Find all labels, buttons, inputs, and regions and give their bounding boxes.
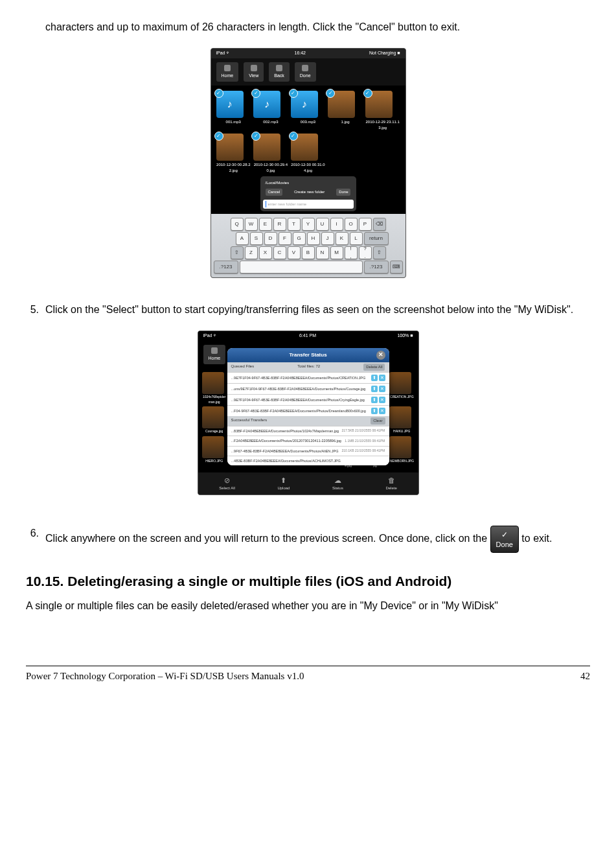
up-icon[interactable]: ⬆ (371, 397, 378, 403)
delete-all-button[interactable]: Delete All (363, 364, 385, 371)
done-button[interactable]: Done (336, 189, 350, 196)
key[interactable]: Y (302, 218, 315, 231)
key[interactable]: D (264, 232, 277, 245)
key[interactable]: H (307, 232, 320, 245)
photo-thumb[interactable]: CREATION.JPG (389, 372, 414, 404)
photo-label: CREATION.JPG (389, 395, 414, 400)
done-badge: Done (490, 526, 519, 553)
up-icon[interactable]: ⬆ (371, 408, 378, 414)
home-button[interactable]: Home (216, 62, 239, 82)
numeric-key[interactable]: .?123 (364, 261, 389, 274)
photo-thumb[interactable]: HIERO.JPG (202, 436, 227, 469)
upload-icon: ⬆ (279, 476, 288, 485)
clear-button[interactable]: Clear (371, 417, 385, 425)
shift-key[interactable]: ⇧ (373, 246, 386, 259)
queued-row: ...9E7F1F04-9F67-4B3E-83BF-F2A04BE8EEEA/… (227, 372, 389, 383)
key[interactable]: S (250, 232, 263, 245)
check-icon: ✓ (289, 132, 298, 141)
step-5: 5. Click on the "Select" button to start… (26, 302, 590, 318)
cancel-icon[interactable]: ✕ (379, 375, 385, 381)
ipad-status-bar: iPad ᯤ 6:41 PM 100% ■ (198, 331, 418, 341)
key[interactable]: E (259, 218, 272, 231)
key[interactable]: Z (245, 246, 258, 259)
hide-keyboard-key[interactable]: ⌨ (390, 261, 403, 274)
photo-thumb[interactable]: NEWBORN.JPG (389, 436, 414, 469)
ipad-status-bar: iPad ᯤ 16:42 Not Charging ■ (211, 49, 405, 58)
key[interactable]: !, (345, 246, 358, 259)
up-icon[interactable]: ⬆ (371, 375, 378, 381)
up-icon[interactable]: ⬆ (371, 386, 378, 392)
file-grid: ✓♪001.mp3✓♪002.mp3✓♪003.mp3✓1.jpg✓2010-1… (211, 86, 405, 214)
numeric-key[interactable]: .?123 (214, 261, 238, 274)
upload-button[interactable]: ⬆Upload (277, 476, 290, 491)
key[interactable]: J (321, 232, 334, 245)
status-button[interactable]: ☁Status (332, 476, 343, 491)
key[interactable]: L (350, 232, 363, 245)
shift-key[interactable]: ⇧ (231, 246, 244, 259)
file-thumb[interactable]: ✓2010-12-29 23.11.13.jpg (365, 91, 400, 131)
file-path: ...F04-9F67-4B3E-83BF-F2A04BE8EEEA/Docum… (231, 408, 366, 414)
queued-row: ...9E7F1F04-9F67-4B3E-83BF-F2A04BE8EEEA/… (227, 394, 389, 405)
key[interactable]: R (273, 218, 286, 231)
file-thumb[interactable]: ✓♪003.mp3 (291, 91, 326, 131)
key[interactable]: X (259, 246, 272, 259)
photo-thumb[interactable]: HAIKU.JPG (389, 406, 414, 434)
success-row: ...83BF-F2A04BE8EEEA/Documents/Photos/10… (227, 426, 389, 436)
file-path: ...9F67-4B3E-83BF-F2A04BE8EEEA/Documents… (231, 448, 339, 454)
file-thumb[interactable]: ✓♪002.mp3 (253, 91, 288, 131)
section-heading: 10.15. Deleting/erasing a single or mult… (26, 571, 590, 592)
cancel-icon[interactable]: ✕ (379, 386, 385, 392)
key[interactable]: I (330, 218, 343, 231)
done-button[interactable]: Done (295, 62, 316, 82)
view-icon (251, 65, 257, 71)
key[interactable]: O (345, 218, 358, 231)
success-row: ...4B3E-83BF-F2A04BE8EEEA/Documents/Phot… (227, 456, 389, 465)
key[interactable]: B (302, 246, 315, 259)
file-meta: 1.1MB 21/10/2555 08:41PM (345, 439, 385, 444)
backspace-key[interactable]: ⌫ (373, 218, 386, 231)
select-all-button[interactable]: ⊘Select All (219, 476, 235, 491)
key[interactable]: F (279, 232, 291, 245)
file-thumb[interactable]: ✓2010-12-30 00.28.22.jpg (216, 134, 251, 174)
key[interactable]: C (273, 246, 286, 259)
cancel-button[interactable]: Cancel (266, 189, 283, 196)
key[interactable]: T (288, 218, 301, 231)
key[interactable]: K (336, 232, 348, 245)
file-thumb[interactable]: ✓1.jpg (328, 91, 363, 131)
photo-label: HIERO.JPG (202, 459, 227, 464)
file-thumb[interactable]: ✓2010-12-30 00.29.40.jpg (253, 134, 288, 174)
close-icon[interactable]: ✕ (376, 351, 385, 360)
photo-thumb[interactable]: 1024x768spiderman.jpg (202, 372, 227, 404)
key[interactable]: Q (231, 218, 244, 231)
key[interactable]: P (359, 218, 372, 231)
bottom-toolbar: ⊘Select All ⬆Upload ☁Status 🗑Delete (198, 472, 418, 495)
delete-button[interactable]: 🗑Delete (385, 476, 396, 491)
photo-thumb[interactable]: Courage.jpg (202, 406, 227, 434)
panel-title: Transfer Status (289, 351, 326, 359)
key[interactable]: U (316, 218, 329, 231)
cancel-icon[interactable]: ✕ (379, 408, 385, 414)
file-path: ...4B3E-83BF-F2A04BE8EEEA/Documents/Phot… (231, 458, 341, 463)
success-row: ...9F67-4B3E-83BF-F2A04BE8EEEA/Documents… (227, 446, 389, 456)
file-meta: 210.1KB 21/10/2555 08:41PM (342, 448, 385, 454)
home-button[interactable]: Home (203, 345, 226, 365)
key[interactable]: V (288, 246, 301, 259)
file-path: ...ons/9E7F1F04-9F67-4B3E-83BF-F2A04BE8E… (231, 386, 366, 391)
key[interactable]: A (236, 232, 249, 245)
return-key[interactable]: return (364, 232, 389, 245)
file-thumb[interactable]: ✓♪001.mp3 (216, 91, 251, 131)
file-thumb[interactable]: ✓2010-12-30 00.31.04.jpg (291, 134, 326, 174)
onscreen-keyboard: QWERTYUIOP⌫ ASDFGHJKLreturn ⇧ ZXCVBNM!,?… (211, 214, 405, 277)
folder-name-input[interactable]: enter new folder name (263, 200, 354, 209)
key[interactable]: W (245, 218, 258, 231)
back-button[interactable]: Back (269, 62, 290, 82)
space-key[interactable] (240, 261, 363, 274)
key[interactable]: G (293, 232, 306, 245)
key[interactable]: M (330, 246, 343, 259)
file-path: ...9E7F1F04-9F67-4B3E-83BF-F2A04BE8EEEA/… (231, 375, 366, 380)
key[interactable]: N (316, 246, 329, 259)
cancel-icon[interactable]: ✕ (379, 397, 385, 403)
key[interactable]: ?. (359, 246, 372, 259)
photo-label: NEWBORN.JPG (389, 459, 414, 464)
view-button[interactable]: View (244, 62, 264, 82)
